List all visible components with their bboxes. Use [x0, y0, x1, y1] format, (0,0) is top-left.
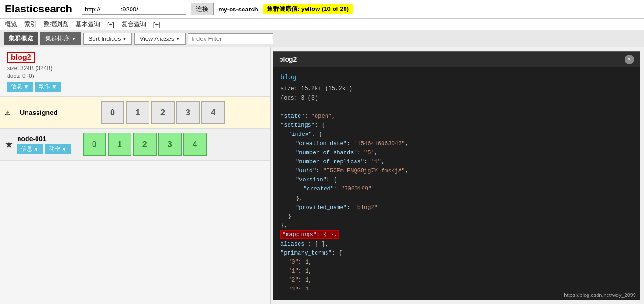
json-primary-terms: "primary_terms": {	[280, 249, 633, 258]
nav-complex-query[interactable]: 复合查询	[121, 20, 146, 28]
json-pt-3: "3": 1,	[280, 285, 633, 290]
node-info-label: 信息	[21, 145, 32, 153]
json-provided-name: "provided_name": "blog2"	[280, 203, 633, 212]
warning-icon: ⚠	[5, 109, 16, 116]
shard-n-2[interactable]: 2	[133, 133, 157, 156]
nav-data-browse[interactable]: 数据浏览	[44, 20, 68, 28]
node-row: ★ node-001 信息 ▼ 动作 ▼ 0 1 2 3	[0, 129, 270, 161]
json-pt-1: "1": 1,	[280, 267, 633, 276]
shard-u-2[interactable]: 2	[151, 101, 175, 124]
index-info-button[interactable]: 信息 ▼	[7, 82, 33, 92]
index-action-button[interactable]: 动作 ▼	[35, 82, 61, 92]
shard-u-0[interactable]: 0	[101, 101, 124, 124]
sort-cluster-label: 集群排序	[45, 34, 70, 43]
modal-docs: {ocs: 3 (3)	[280, 94, 633, 103]
index-action-label: 动作	[39, 83, 50, 91]
modal-index-header: blog	[280, 72, 633, 83]
unassigned-row: ⚠ Unassigned 0 1 2 3 4	[0, 97, 270, 129]
json-creation-date: "creation_date": "1546416063043",	[280, 140, 633, 149]
modal-title: blog2	[279, 56, 297, 63]
node-action-label: 动作	[49, 145, 60, 153]
shard-n-0[interactable]: 0	[83, 133, 106, 156]
url-input[interactable]	[82, 4, 186, 15]
view-aliases-button[interactable]: View Aliases ▼	[134, 33, 186, 45]
modal-body[interactable]: blog size: 15.2ki (15.2ki) {ocs: 3 (3) "…	[273, 67, 640, 290]
app-title: Elasticsearch	[5, 3, 72, 15]
node-name: node-001	[17, 135, 71, 142]
shard-n-1[interactable]: 1	[108, 133, 131, 156]
modal-footer: https://blog.csdn.net/wdy_2099	[273, 290, 640, 300]
sort-indices-arrow: ▼	[122, 36, 127, 41]
detail-modal: blog2 × blog size: 15.2ki (15.2ki) {ocs:…	[273, 51, 640, 300]
health-badge: 集群健康值: yellow (10 of 20)	[263, 4, 353, 14]
json-pt-0: "0": 1,	[280, 258, 633, 267]
node-action-button[interactable]: 动作 ▼	[45, 144, 71, 154]
sort-cluster-button[interactable]: 集群排序 ▼	[40, 32, 81, 45]
star-icon: ★	[5, 139, 13, 150]
index-name[interactable]: blog2	[7, 52, 35, 63]
shard-n-4[interactable]: 4	[183, 133, 207, 156]
index-action-arrow: ▼	[51, 84, 57, 90]
json-mappings: "mappings": { },	[280, 230, 633, 239]
node-shards: 0 1 2 3 4	[83, 133, 207, 156]
nav-overview[interactable]: 概览	[5, 20, 17, 28]
header: Elasticsearch 连接 my-es-search 集群健康值: yel…	[0, 0, 644, 19]
json-num-shards: "number_of_shards": "5",	[280, 149, 633, 158]
json-settings-close: },	[280, 221, 633, 230]
json-num-replicas: "number_of_replicas": "1",	[280, 158, 633, 167]
nav-bar: 概览 索引 数据浏览 基本查询 [+] 复合查询 [+]	[0, 19, 644, 30]
toolbar: 集群概览 集群排序 ▼ Sort Indices ▼ View Aliases …	[0, 30, 644, 47]
modal-size: size: 15.2ki (15.2ki)	[280, 85, 633, 94]
nav-basic-query[interactable]: 基本查询	[75, 20, 100, 28]
json-aliases: aliases : [ ],	[280, 240, 633, 249]
shard-u-1[interactable]: 1	[126, 101, 149, 124]
shard-n-3[interactable]: 3	[158, 133, 182, 156]
main-content: blog2 size: 324B (324B) docs: 0 (0) 信息 ▼…	[0, 47, 644, 304]
index-action-bar: 信息 ▼ 动作 ▼	[7, 82, 263, 92]
index-info-label: 信息	[11, 83, 22, 91]
sort-cluster-arrow: ▼	[71, 36, 76, 41]
node-action-arrow: ▼	[61, 146, 67, 152]
modal-close-button[interactable]: ×	[625, 55, 634, 64]
node-info: node-001 信息 ▼ 动作 ▼	[17, 135, 71, 154]
cluster-overview-tab[interactable]: 集群概览	[4, 32, 38, 45]
view-aliases-arrow: ▼	[176, 36, 180, 41]
json-uuid: "uuid": "F5OEm_ENQGOjg7Y_fmsKjA",	[280, 167, 633, 176]
json-state: "state": "open",	[280, 112, 633, 121]
unassigned-label: Unassigned	[20, 109, 77, 116]
index-card: blog2 size: 324B (324B) docs: 0 (0) 信息 ▼…	[0, 47, 270, 97]
index-docs: docs: 0 (0)	[7, 73, 263, 79]
left-panel: blog2 size: 324B (324B) docs: 0 (0) 信息 ▼…	[0, 47, 271, 304]
nav-complex-add[interactable]: [+]	[153, 21, 160, 28]
node-action-bar: 信息 ▼ 动作 ▼	[17, 144, 71, 154]
json-version-close: },	[280, 194, 633, 203]
index-size: size: 324B (324B)	[7, 65, 263, 72]
node-info-button[interactable]: 信息 ▼	[17, 144, 43, 154]
modal-header: blog2 ×	[273, 52, 640, 67]
view-aliases-label: View Aliases	[140, 35, 174, 42]
nav-basic-add[interactable]: [+]	[107, 21, 114, 28]
json-pt-2: "2": 1,	[280, 276, 633, 285]
sort-indices-label: Sort Indices	[88, 35, 121, 42]
json-settings: "settings": {	[280, 121, 633, 130]
connect-button[interactable]: 连接	[191, 3, 214, 15]
sort-indices-button[interactable]: Sort Indices ▼	[83, 33, 132, 45]
json-created: "created": "5060199"	[280, 185, 633, 194]
json-index-close: }	[280, 212, 633, 221]
shard-u-4[interactable]: 4	[201, 101, 225, 124]
nav-index[interactable]: 索引	[24, 20, 37, 28]
shard-u-3[interactable]: 3	[176, 101, 200, 124]
index-filter-input[interactable]	[188, 33, 273, 44]
json-version: "version": {	[280, 176, 633, 185]
json-index: "index": {	[280, 130, 633, 139]
node-info-arrow: ▼	[33, 146, 39, 152]
unassigned-shards: 0 1 2 3 4	[101, 101, 225, 124]
cluster-name: my-es-search	[218, 6, 258, 13]
index-info-arrow: ▼	[23, 84, 29, 90]
